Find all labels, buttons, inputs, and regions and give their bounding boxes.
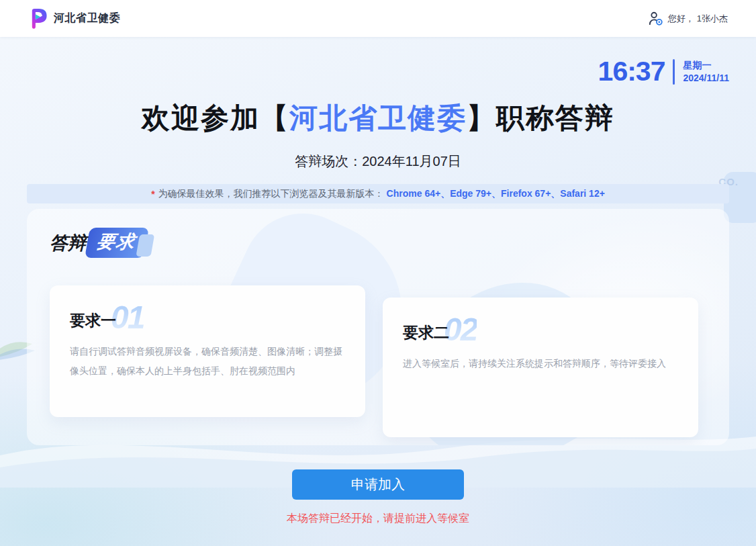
session-started-warning: 本场答辩已经开始，请提前进入等候室: [0, 512, 756, 526]
username: 1张小杰: [697, 13, 728, 24]
clock-time: 16:37: [598, 58, 665, 85]
clock-divider: [673, 59, 675, 85]
requirement-2-title: 要求二: [403, 322, 449, 343]
requirement-card-1: 要求一 01 请自行调试答辩音频视屏设备，确保音频清楚、图像清晰；调整摄像头位置…: [50, 285, 365, 417]
requirement-2-body: 进入等候室后，请持续关注系统提示和答辩顺序，等待评委接入: [403, 354, 678, 373]
session-info: 答辩场次：2024年11月07日: [0, 152, 756, 171]
top-header: 河北省卫健委 您好，1张小杰: [0, 0, 756, 37]
requirement-1-title: 要求一: [70, 310, 116, 331]
clock-block: 16:37 星期一 2024/11/11: [598, 58, 729, 85]
requirement-card-2: 要求二 02 进入等候室后，请持续关注系统提示和答辩顺序，等待评委接入: [383, 298, 698, 437]
browser-notice-banner: * 为确保最佳效果，我们推荐以下浏览器及其最新版本： Chrome 64+、Ed…: [27, 184, 729, 203]
user-greeting: 您好，1张小杰: [668, 13, 728, 25]
section-label-plain: 答辩: [50, 231, 90, 255]
brand: 河北省卫健委: [28, 7, 120, 30]
notice-text: 为确保最佳效果，我们推荐以下浏览器及其最新版本：: [158, 188, 384, 200]
requirement-1-body: 请自行调试答辩音频视屏设备，确保音频清楚、图像清晰；调整摄像头位置，确保本人的上…: [70, 342, 345, 380]
notice-browser-list: Chrome 64+、Edge 79+、Firefox 67+、Safari 1…: [387, 188, 605, 200]
requirements-panel: 答辩 要求 要求一 01 请自行调试答辩音频视屏设备，确保音频清楚、图像清晰；调…: [27, 209, 729, 445]
brand-name: 河北省卫健委: [54, 11, 120, 26]
page-title: 欢迎参加【河北省卫健委】职称答辩: [0, 99, 756, 137]
section-label-badge: 要求: [85, 228, 149, 258]
required-asterisk: *: [151, 189, 154, 199]
user-account[interactable]: 您好，1张小杰: [648, 11, 728, 26]
apply-join-button[interactable]: 申请加入: [292, 469, 464, 500]
user-avatar-icon: [648, 11, 663, 26]
clock-date: 2024/11/11: [683, 72, 729, 85]
org-name: 河北省卫健委: [289, 102, 467, 134]
section-label: 答辩 要求: [50, 228, 146, 258]
app-logo-icon: [28, 7, 48, 30]
clock-weekday: 星期一: [683, 59, 729, 72]
join-defense-page: 河北省卫健委 您好，1张小杰 CO. 16:37 星期一: [0, 0, 756, 546]
